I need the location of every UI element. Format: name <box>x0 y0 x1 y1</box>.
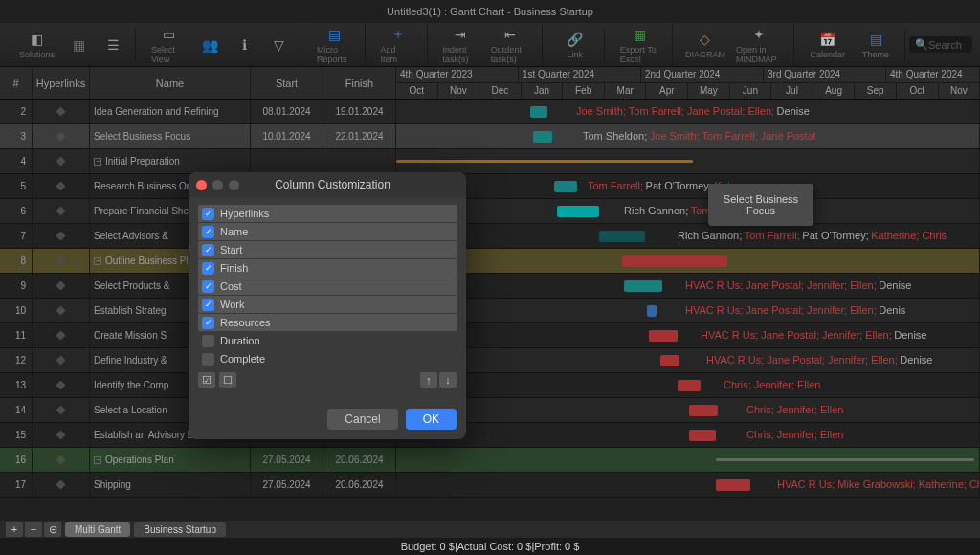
checkbox-icon[interactable]: ✓ <box>202 299 214 311</box>
timeline-cell[interactable]: HVAC R Us; Jane Postal; Jennifer; Ellen;… <box>396 274 980 298</box>
table-row[interactable]: 2Idea Generation and Refining08.01.20241… <box>0 100 980 124</box>
timeline-cell[interactable] <box>396 249 980 273</box>
column-check-item[interactable]: ✓Name <box>198 223 457 240</box>
task-name-cell[interactable]: −Initial Preparation <box>90 149 251 173</box>
dialog-titlebar[interactable]: Column Customization <box>189 172 466 197</box>
start-cell[interactable]: 10.01.2024 <box>251 124 323 148</box>
indent-button[interactable]: ⇥Indent task(s) <box>437 24 483 66</box>
outdent-button[interactable]: ⇤Outdent task(s) <box>485 24 536 66</box>
hyperlink-cell[interactable] <box>33 224 90 248</box>
task-name-cell[interactable]: Select Business Focus <box>90 124 251 148</box>
column-check-item[interactable]: ✓Work <box>198 296 457 313</box>
hyperlink-cell[interactable] <box>33 124 90 148</box>
column-check-item[interactable]: Duration <box>198 332 457 349</box>
gantt-bar[interactable] <box>396 160 693 163</box>
hyperlink-cell[interactable] <box>33 398 90 422</box>
move-up-button[interactable]: ↑ <box>420 372 437 388</box>
header-hyperlinks[interactable]: Hyperlinks <box>33 67 90 99</box>
add-item-button[interactable]: ＋Add Item <box>375 24 421 66</box>
timeline-cell[interactable]: HVAC R Us; Jane Postal; Jennifer; Ellen;… <box>396 323 980 347</box>
gantt-bar[interactable] <box>554 181 577 192</box>
table-row[interactable]: 9Select Products &HVAC R Us; Jane Postal… <box>0 274 980 299</box>
checkbox-icon[interactable] <box>202 335 214 347</box>
gantt-bar[interactable] <box>622 255 727 267</box>
hyperlink-cell[interactable] <box>33 299 90 322</box>
collapse-icon[interactable]: − <box>94 158 101 166</box>
hyperlink-cell[interactable] <box>33 100 90 123</box>
info-button[interactable]: ℹ <box>228 34 260 56</box>
table-row[interactable]: 8−Outline Business Pl <box>0 249 980 274</box>
gantt-bar[interactable] <box>530 106 547 118</box>
timeline-cell[interactable]: HVAC R Us; Jane Postal; Jennifer; Ellen;… <box>396 348 980 372</box>
filter-button[interactable]: ▽ <box>262 34 295 56</box>
tab-business-startup[interactable]: Business Startup <box>134 522 226 537</box>
column-check-item[interactable]: ✓Start <box>198 241 457 258</box>
theme-button[interactable]: ▤Theme <box>853 29 899 61</box>
column-check-item[interactable]: Complete <box>198 350 457 367</box>
people-button[interactable]: 👥 <box>193 34 226 56</box>
select-view-button[interactable]: ▭Select View <box>145 24 191 66</box>
checkbox-icon[interactable]: ✓ <box>202 317 214 329</box>
checkbox-icon[interactable]: ✓ <box>202 208 214 220</box>
column-check-item[interactable]: ✓Hyperlinks <box>198 205 457 222</box>
micro-reports-button[interactable]: ▤Micro Reports <box>311 24 358 66</box>
gantt-bar[interactable] <box>599 231 645 242</box>
finish-cell[interactable] <box>323 149 396 173</box>
table-row[interactable]: 4−Initial Preparation <box>0 149 980 174</box>
gantt-bar[interactable] <box>647 305 657 317</box>
timeline-cell[interactable] <box>396 448 980 472</box>
timeline-cell[interactable]: Rich Gannon; Tom F <box>396 199 980 223</box>
collapse-icon[interactable]: − <box>94 456 101 464</box>
table-row[interactable]: 15Establish an Advisory Board03.05.20242… <box>0 423 980 448</box>
search-input[interactable] <box>928 39 967 51</box>
table-row[interactable]: 13Identify the CompChris; Jennifer; Elle… <box>0 373 980 398</box>
zoom-fit-button[interactable]: ⊝ <box>44 522 61 537</box>
task-name-cell[interactable]: −Operations Plan <box>90 448 251 472</box>
gantt-bar[interactable] <box>678 380 701 391</box>
column-check-item[interactable]: ✓Resources <box>198 314 457 331</box>
check-all-button[interactable]: ☑ <box>198 372 215 388</box>
close-icon[interactable] <box>196 180 207 190</box>
table-row[interactable]: 17Shipping27.05.202420.06.2024HVAC R Us;… <box>0 473 980 498</box>
gantt-bar[interactable] <box>624 280 662 292</box>
hyperlink-cell[interactable] <box>33 373 90 397</box>
gantt-bar[interactable] <box>649 330 678 342</box>
timeline-cell[interactable]: Chris; Jennifer; Ellen <box>396 423 980 447</box>
finish-cell[interactable]: 20.06.2024 <box>323 448 396 472</box>
mindmap-button[interactable]: ✦Open in MINDMAP <box>730 24 789 66</box>
finish-cell[interactable]: 19.01.2024 <box>323 100 396 123</box>
move-down-button[interactable]: ↓ <box>439 372 457 388</box>
hyperlink-cell[interactable] <box>33 473 90 497</box>
timeline-cell[interactable]: Tom Farrell; Pat O'Tormey; Kat <box>396 174 980 198</box>
gantt-bar[interactable] <box>716 479 750 491</box>
checkbox-icon[interactable] <box>202 353 214 366</box>
zoom-in-button[interactable]: + <box>6 522 23 537</box>
diagram-button[interactable]: ◇DIAGRAM <box>682 29 728 61</box>
ok-button[interactable]: OK <box>406 409 457 430</box>
solutions-button[interactable]: ◧Solutions <box>13 29 60 61</box>
link-button[interactable]: 🔗Link <box>552 29 598 61</box>
header-finish[interactable]: Finish <box>323 67 396 99</box>
finish-cell[interactable]: 20.06.2024 <box>323 473 396 497</box>
table-row[interactable]: 7Select Advisors &Rich Gannon; Tom Farre… <box>0 224 980 249</box>
start-cell[interactable]: 27.05.2024 <box>251 473 323 497</box>
timeline-cell[interactable]: Chris; Jennifer; Ellen <box>396 398 980 422</box>
view-button-2[interactable]: ☰ <box>97 34 129 56</box>
table-row[interactable]: 5Research Business OrganizationsTom Farr… <box>0 174 980 199</box>
checkbox-icon[interactable]: ✓ <box>202 280 214 293</box>
gantt-bar[interactable] <box>660 355 679 366</box>
start-cell[interactable]: 08.01.2024 <box>251 100 323 123</box>
hyperlink-cell[interactable] <box>33 249 90 273</box>
timeline-cell[interactable] <box>396 149 980 173</box>
uncheck-all-button[interactable]: ☐ <box>219 372 236 388</box>
finish-cell[interactable]: 22.01.2024 <box>323 124 396 148</box>
task-name-cell[interactable]: Idea Generation and Refining <box>90 100 251 123</box>
start-cell[interactable]: 27.05.2024 <box>251 448 323 472</box>
export-excel-button[interactable]: ▦Export To Excel <box>614 24 666 66</box>
timeline-cell[interactable]: Joe Smith; Tom Farrell; Jane Postal; Ell… <box>396 100 980 123</box>
gantt-bar[interactable] <box>689 430 716 441</box>
column-check-item[interactable]: ✓Cost <box>198 278 457 295</box>
timeline-cell[interactable]: Chris; Jennifer; Ellen <box>396 373 980 397</box>
hyperlink-cell[interactable] <box>33 423 90 447</box>
checkbox-icon[interactable]: ✓ <box>202 244 214 256</box>
